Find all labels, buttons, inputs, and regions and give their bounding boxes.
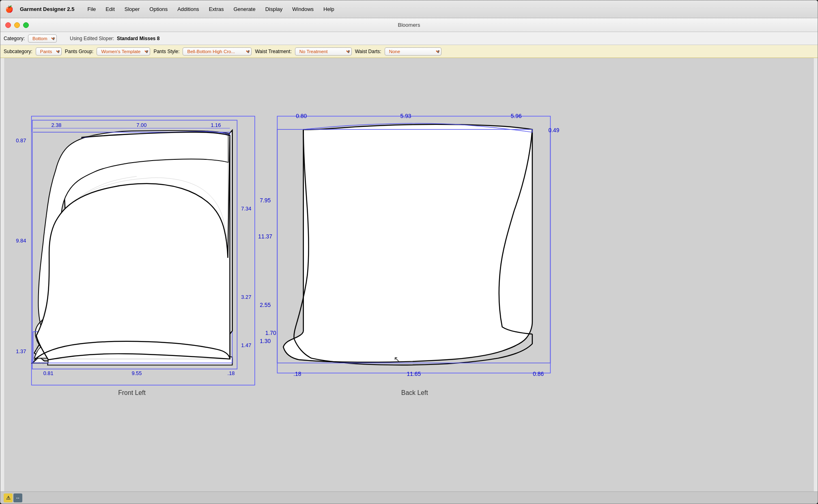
svg-text:.18: .18 <box>228 370 235 376</box>
apple-logo-icon: 🍎 <box>5 5 13 13</box>
svg-text:Front Left: Front Left <box>118 389 146 396</box>
menu-edit[interactable]: Edit <box>101 4 119 14</box>
svg-text:9.84: 9.84 <box>16 238 26 244</box>
svg-text:7.00: 7.00 <box>136 122 146 128</box>
pants-group-select-wrapper: Women's Template <box>97 47 150 56</box>
pants-style-label: Pants Style: <box>153 49 179 54</box>
svg-text:0.81: 0.81 <box>43 370 54 376</box>
tool-icon[interactable]: ↔ <box>13 493 22 502</box>
category-select-wrapper: Bottom <box>28 34 57 43</box>
warning-icon[interactable]: ⚠ <box>4 493 13 502</box>
menu-windows[interactable]: Windows <box>287 4 319 14</box>
svg-text:11.37: 11.37 <box>258 233 272 240</box>
menu-sloper[interactable]: Sloper <box>120 4 145 14</box>
toolbar-row-1: Category: Bottom Using Edited Sloper: St… <box>0 32 818 45</box>
svg-text:9.55: 9.55 <box>131 370 142 376</box>
waist-darts-select-wrapper: None <box>385 47 441 56</box>
svg-text:1.37: 1.37 <box>16 348 26 354</box>
statusbar: ⚠ ↔ <box>0 491 818 504</box>
main-canvas-area[interactable]: 2.38 7.00 1.16 0.87 9.84 1.37 7.34 3.27 … <box>0 58 818 491</box>
waist-treatment-select-wrapper: No Treatment <box>295 47 352 56</box>
svg-text:5.96: 5.96 <box>511 113 522 119</box>
svg-text:↖: ↖ <box>394 355 400 364</box>
svg-text:Back Left: Back Left <box>401 389 428 396</box>
pants-group-select[interactable]: Women's Template <box>97 47 150 56</box>
app-name: Garment Designer 2.5 <box>20 6 74 12</box>
menu-options[interactable]: Options <box>144 4 172 14</box>
pants-style-select-wrapper: Bell-Bottom High Cro... <box>183 47 252 56</box>
menu-extras[interactable]: Extras <box>204 4 229 14</box>
svg-text:3.27: 3.27 <box>241 294 251 300</box>
svg-text:1.30: 1.30 <box>260 338 271 344</box>
sloper-info: Using Edited Sloper: Standard Misses 8 <box>70 36 159 41</box>
svg-text:5.93: 5.93 <box>400 113 411 119</box>
traffic-lights <box>5 22 29 28</box>
waist-darts-select[interactable]: None <box>385 47 441 56</box>
svg-text:0.80: 0.80 <box>296 113 307 119</box>
waist-treatment-label: Waist Treatment: <box>255 49 291 54</box>
subcategory-select-wrapper: Pants <box>36 47 62 56</box>
svg-text:0.86: 0.86 <box>533 371 544 377</box>
pants-group-label: Pants Group: <box>65 49 94 54</box>
category-select[interactable]: Bottom <box>28 34 57 43</box>
svg-text:1.47: 1.47 <box>241 342 251 348</box>
menu-help[interactable]: Help <box>319 4 339 14</box>
maximize-button[interactable] <box>23 22 29 28</box>
svg-text:0.49: 0.49 <box>548 127 559 133</box>
svg-text:1.16: 1.16 <box>211 122 221 128</box>
menu-display[interactable]: Display <box>260 4 288 14</box>
svg-text:7.95: 7.95 <box>260 197 271 204</box>
main-window: 🍎 Garment Designer 2.5 File Edit Sloper … <box>0 0 818 504</box>
menubar: 🍎 Garment Designer 2.5 File Edit Sloper … <box>0 0 818 18</box>
titlebar: Bloomers <box>0 18 818 32</box>
subcategory-label: Subcategory: <box>4 49 32 54</box>
waist-darts-label: Waist Darts: <box>355 49 381 54</box>
menu-generate[interactable]: Generate <box>228 4 260 14</box>
svg-text:11.65: 11.65 <box>407 371 421 377</box>
sloper-label: Using Edited Sloper: <box>70 36 114 41</box>
minimize-button[interactable] <box>14 22 20 28</box>
window-title: Bloomers <box>398 22 420 28</box>
close-button[interactable] <box>5 22 11 28</box>
subcategory-select[interactable]: Pants <box>36 47 62 56</box>
svg-text:2.55: 2.55 <box>260 302 271 308</box>
pants-style-select[interactable]: Bell-Bottom High Cro... <box>183 47 252 56</box>
toolbar-row-2: Subcategory: Pants Pants Group: Women's … <box>0 45 818 58</box>
svg-text:1.70: 1.70 <box>265 330 276 336</box>
svg-text:0.87: 0.87 <box>16 137 26 144</box>
svg-text:2.38: 2.38 <box>51 122 61 128</box>
back-left-garment <box>283 124 532 362</box>
menu-file[interactable]: File <box>82 4 101 14</box>
sloper-value: Standard Misses 8 <box>117 36 159 41</box>
svg-text:7.34: 7.34 <box>241 206 251 212</box>
waist-treatment-select[interactable]: No Treatment <box>295 47 352 56</box>
category-label: Category: <box>4 36 25 41</box>
menu-additions[interactable]: Additions <box>172 4 204 14</box>
svg-text:.18: .18 <box>293 371 301 377</box>
pattern-canvas: 2.38 7.00 1.16 0.87 9.84 1.37 7.34 3.27 … <box>0 58 818 491</box>
